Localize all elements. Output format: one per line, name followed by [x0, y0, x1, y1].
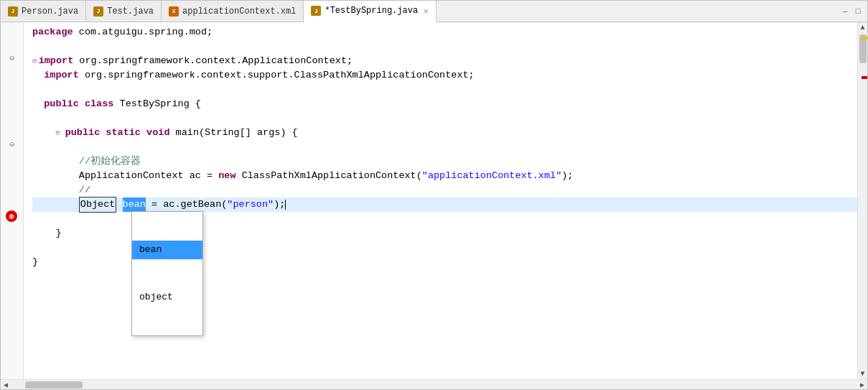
kw-class: class — [85, 97, 114, 111]
autocomplete-item-object[interactable]: object — [132, 288, 202, 307]
code-plain-11: ClassPathXmlApplicationContext( — [236, 169, 422, 183]
code-line-7 — [32, 111, 857, 126]
code-line-13: Object bean = ac.getBean("person"); bean… — [32, 198, 857, 212]
tab-testbyspring[interactable]: J *TestBySpring.java ✕ — [304, 1, 436, 22]
code-plain-8a — [100, 126, 106, 140]
code-indent-6 — [32, 97, 44, 111]
code-line-6: public class TestBySpring { — [32, 97, 857, 111]
code-indent-15: } — [32, 226, 62, 241]
gutter-line-13 — [1, 195, 23, 209]
gutter-line-4 — [1, 65, 23, 80]
scroll-down-icon[interactable]: ▼ — [860, 368, 864, 379]
gutter-line-1 — [1, 22, 23, 37]
tab-icon-appctx: X — [169, 6, 179, 17]
code-content: package com.atguigu.spring.mod; ⊖import … — [24, 22, 857, 344]
text-cursor — [285, 200, 286, 210]
bottom-bar: ◀ ▶ — [1, 379, 867, 389]
code-plain-8b — [141, 126, 146, 140]
code-plain-3: ⊖ — [32, 54, 37, 68]
scroll-up-icon[interactable]: ▲ — [860, 22, 864, 33]
kw-new: new — [218, 169, 235, 183]
code-line-3: ⊖import org.springframework.context.Appl… — [32, 54, 857, 68]
code-line-11: ApplicationContext ac = new ClassPathXml… — [32, 169, 857, 183]
autocomplete-label-bean: bean — [139, 243, 162, 257]
code-plain-6a — [79, 97, 85, 111]
code-plain-17: } — [32, 255, 38, 269]
gutter-line-12 — [1, 180, 23, 195]
gutter-line-7 — [1, 108, 23, 123]
code-line-2 — [32, 40, 857, 54]
tab-bar: J Person.java J Test.java X applicationC… — [1, 1, 867, 22]
tab-icon-test: J — [93, 6, 103, 17]
gutter-line-5 — [1, 80, 23, 94]
kw-import-1: import — [39, 54, 74, 68]
kw-public-1: public — [44, 97, 79, 111]
gutter-collapse-3[interactable]: ⊖ — [1, 51, 23, 65]
code-selected-bean: bean — [123, 198, 146, 212]
kw-void: void — [146, 126, 169, 140]
code-indent-10 — [32, 154, 79, 169]
code-line-12: // — [32, 183, 857, 198]
kw-package: package — [32, 25, 73, 40]
minimize-button[interactable]: — — [840, 6, 850, 17]
scroll-left-icon[interactable]: ◀ — [1, 381, 11, 389]
code-plain-11b: ); — [561, 169, 573, 183]
code-line-10: //初始化容器 — [32, 154, 857, 169]
autocomplete-item-bean[interactable]: bean — [132, 241, 202, 259]
gutter-line-17 — [1, 252, 23, 266]
gutter-line-15 — [1, 223, 23, 238]
code-plain-13: = ac.getBean( — [146, 198, 227, 212]
gutter-line-19 — [1, 281, 23, 295]
window-controls: — □ — [836, 1, 867, 22]
gutter-line-6 — [1, 94, 23, 108]
indicator-yellow-1 — [862, 37, 867, 40]
bottom-scrollbar-thumb[interactable] — [25, 381, 83, 389]
tab-label-appctx: applicationContext.xml — [182, 6, 296, 17]
gutter-line-14: ⊗ — [1, 209, 23, 223]
tab-label-test: Test.java — [107, 6, 154, 17]
code-indent-13 — [32, 198, 79, 212]
code-line-5 — [32, 83, 857, 97]
code-line-9 — [32, 140, 857, 154]
tab-person[interactable]: J Person.java — [1, 1, 86, 22]
tab-appctx[interactable]: X applicationContext.xml — [162, 1, 304, 22]
editor-body: ⊖ ⊖ ⊗ — [1, 22, 867, 379]
maximize-button[interactable]: □ — [853, 6, 863, 17]
code-line-4: import org.springframework.context.suppo… — [32, 68, 857, 83]
scrollbar-track — [858, 33, 867, 368]
code-comment-1: //初始化容器 — [79, 154, 141, 169]
editor-window: J Person.java J Test.java X applicationC… — [0, 0, 868, 390]
gutter-line-11 — [1, 166, 23, 180]
right-scrollbar[interactable]: ▲ ▼ — [857, 22, 867, 379]
gutter-collapse-9[interactable]: ⊖ — [1, 137, 23, 152]
code-space-13 — [116, 198, 122, 212]
code-plain-4: org.springframework.context.support.Clas… — [79, 68, 475, 83]
code-line-8: ⊖ public static void main(String[] args)… — [32, 126, 857, 140]
kw-import-2: import — [44, 68, 79, 83]
code-plain-8c: main(String[] args) { — [169, 126, 297, 140]
collapse-8: ⊖ — [55, 126, 65, 140]
autocomplete-popup[interactable]: bean object — [131, 211, 203, 336]
code-plain-3b: org.springframework.context.ApplicationC… — [73, 54, 353, 68]
error-marker: ⊗ — [6, 210, 17, 222]
tab-test[interactable]: J Test.java — [86, 1, 162, 22]
tab-close-icon[interactable]: ✕ — [424, 6, 429, 16]
code-indent-4 — [32, 68, 44, 83]
tab-label-testbyspring: *TestBySpring.java — [325, 6, 418, 16]
scroll-right-icon[interactable]: ▶ — [857, 381, 867, 389]
tab-icon-testbyspring: J — [311, 6, 321, 16]
gutter: ⊖ ⊖ ⊗ — [1, 22, 24, 379]
gutter-line-10 — [1, 152, 23, 166]
code-plain-1: com.atguigu.spring.mod; — [73, 25, 213, 40]
code-indent-8 — [32, 126, 55, 140]
kw-public-2: public — [65, 126, 101, 140]
code-line-1: package com.atguigu.spring.mod; — [32, 25, 857, 40]
tab-label-person: Person.java — [22, 6, 78, 17]
code-indent-11: ApplicationContext ac = — [32, 169, 218, 183]
code-area[interactable]: package com.atguigu.spring.mod; ⊖import … — [24, 22, 857, 379]
autocomplete-label-object: object — [139, 290, 173, 305]
code-plain-6b: TestBySpring { — [113, 97, 201, 111]
code-str-2: "person" — [227, 198, 274, 212]
code-type-object: Object — [79, 197, 117, 213]
code-plain-13b: ); — [274, 198, 285, 212]
